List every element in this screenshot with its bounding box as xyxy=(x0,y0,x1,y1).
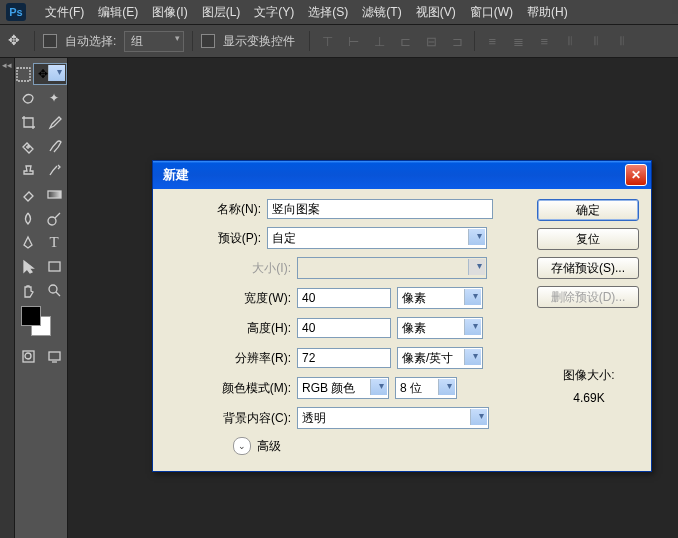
options-bar: ✥ 自动选择: 组 显示变换控件 ⊤ ⊢ ⊥ ⊏ ⊟ ⊐ ≡ ≣ ≡ ⫴ ⫴ ⫴ xyxy=(0,25,678,58)
bg-label: 背景内容(C): xyxy=(163,410,297,427)
bg-select[interactable]: 透明 xyxy=(297,407,489,429)
advanced-label[interactable]: 高级 xyxy=(257,438,281,455)
type-tool[interactable]: T xyxy=(42,231,66,253)
delete-preset-button: 删除预设(D)... xyxy=(537,286,639,308)
separator xyxy=(309,31,310,51)
save-preset-button[interactable]: 存储预设(S)... xyxy=(537,257,639,279)
close-button[interactable]: ✕ xyxy=(625,164,647,186)
history-brush-tool[interactable] xyxy=(42,159,66,181)
preset-select[interactable]: 自定 xyxy=(267,227,487,249)
advanced-chevron-icon[interactable]: ⌄ xyxy=(233,437,251,455)
zoom-tool[interactable] xyxy=(42,279,66,301)
eyedropper-tool[interactable] xyxy=(42,111,66,133)
wand-tool[interactable]: ✦ xyxy=(42,87,66,109)
path-select-tool[interactable] xyxy=(16,255,40,277)
align-top-icon[interactable]: ⊤ xyxy=(318,32,336,50)
width-unit-select[interactable]: 像素 xyxy=(397,287,483,309)
height-input[interactable] xyxy=(297,318,391,338)
align-vcenter-icon[interactable]: ⊢ xyxy=(344,32,362,50)
pen-tool[interactable] xyxy=(16,231,40,253)
menu-window[interactable]: 窗口(W) xyxy=(463,4,520,21)
svg-rect-1 xyxy=(48,191,61,198)
ok-button[interactable]: 确定 xyxy=(537,199,639,221)
dist-vcenter-icon[interactable]: ≣ xyxy=(509,32,527,50)
brush-tool[interactable] xyxy=(42,135,66,157)
res-unit-select[interactable]: 像素/英寸 xyxy=(397,347,483,369)
color-swatches[interactable] xyxy=(15,302,67,340)
dodge-tool[interactable] xyxy=(42,207,66,229)
menu-type[interactable]: 文字(Y) xyxy=(247,4,301,21)
new-document-dialog: 新建 ✕ 名称(N): 预设(P): 自定 大小(I): 宽度(W): xyxy=(152,160,652,472)
width-label: 宽度(W): xyxy=(163,290,297,307)
tab-strip: ◂◂ xyxy=(0,58,15,538)
menu-edit[interactable]: 编辑(E) xyxy=(91,4,145,21)
preset-label: 预设(P): xyxy=(163,230,267,247)
panel-drag[interactable] xyxy=(672,0,678,14)
image-size-label: 图像大小: xyxy=(537,364,641,387)
menu-layer[interactable]: 图层(L) xyxy=(195,4,248,21)
hand-tool[interactable] xyxy=(16,279,40,301)
heal-tool[interactable] xyxy=(16,135,40,157)
dist-top-icon[interactable]: ≡ xyxy=(483,32,501,50)
svg-point-6 xyxy=(25,353,31,359)
reset-button[interactable]: 复位 xyxy=(537,228,639,250)
align-hcenter-icon[interactable]: ⊟ xyxy=(422,32,440,50)
eraser-tool[interactable] xyxy=(16,183,40,205)
align-right-icon[interactable]: ⊐ xyxy=(448,32,466,50)
svg-rect-3 xyxy=(49,262,60,271)
size-label: 大小(I): xyxy=(163,260,297,277)
menu-bar: Ps 文件(F) 编辑(E) 图像(I) 图层(L) 文字(Y) 选择(S) 滤… xyxy=(0,0,678,25)
dialog-title: 新建 xyxy=(157,166,625,184)
marquee-tool[interactable] xyxy=(16,63,31,85)
toolbox: ✥ ✦ T xyxy=(15,58,68,538)
dist-right-icon[interactable]: ⫴ xyxy=(613,32,631,50)
dialog-titlebar[interactable]: 新建 ✕ xyxy=(153,161,651,189)
separator xyxy=(34,31,35,51)
collapse-arrow-icon[interactable]: ◂◂ xyxy=(0,58,14,72)
stamp-tool[interactable] xyxy=(16,159,40,181)
move-tool-icon: ✥ xyxy=(8,32,26,50)
height-unit-select[interactable]: 像素 xyxy=(397,317,483,339)
screenmode-tool[interactable] xyxy=(42,345,66,367)
separator xyxy=(474,31,475,51)
foreground-swatch[interactable] xyxy=(21,306,41,326)
quickmask-tool[interactable] xyxy=(16,345,40,367)
height-label: 高度(H): xyxy=(163,320,297,337)
blur-tool[interactable] xyxy=(16,207,40,229)
separator xyxy=(192,31,193,51)
svg-point-2 xyxy=(48,217,56,225)
menu-help[interactable]: 帮助(H) xyxy=(520,4,575,21)
app-logo: Ps xyxy=(6,3,26,21)
shape-tool[interactable] xyxy=(42,255,66,277)
crop-tool[interactable] xyxy=(16,111,40,133)
autoselect-checkbox[interactable] xyxy=(43,34,57,48)
svg-rect-7 xyxy=(49,352,60,360)
autoselect-combo[interactable]: 组 xyxy=(124,31,184,52)
svg-point-4 xyxy=(49,285,57,293)
dist-bottom-icon[interactable]: ≡ xyxy=(535,32,553,50)
svg-rect-0 xyxy=(17,68,30,81)
bits-select[interactable]: 8 位 xyxy=(395,377,457,399)
move-tool[interactable]: ✥ xyxy=(33,63,67,85)
menu-view[interactable]: 视图(V) xyxy=(409,4,463,21)
name-label: 名称(N): xyxy=(163,201,267,218)
width-input[interactable] xyxy=(297,288,391,308)
size-select xyxy=(297,257,487,279)
mode-select[interactable]: RGB 颜色 xyxy=(297,377,389,399)
menu-file[interactable]: 文件(F) xyxy=(38,4,91,21)
menu-select[interactable]: 选择(S) xyxy=(301,4,355,21)
menu-image[interactable]: 图像(I) xyxy=(145,4,194,21)
dist-left-icon[interactable]: ⫴ xyxy=(561,32,579,50)
showcontrols-checkbox[interactable] xyxy=(201,34,215,48)
align-left-icon[interactable]: ⊏ xyxy=(396,32,414,50)
lasso-tool[interactable] xyxy=(16,87,40,109)
menu-filter[interactable]: 滤镜(T) xyxy=(355,4,408,21)
name-input[interactable] xyxy=(267,199,493,219)
gradient-tool[interactable] xyxy=(42,183,66,205)
image-size-value: 4.69K xyxy=(537,387,641,410)
align-bottom-icon[interactable]: ⊥ xyxy=(370,32,388,50)
mode-label: 颜色模式(M): xyxy=(163,380,297,397)
autoselect-label: 自动选择: xyxy=(65,33,116,50)
dist-hcenter-icon[interactable]: ⫴ xyxy=(587,32,605,50)
res-input[interactable] xyxy=(297,348,391,368)
